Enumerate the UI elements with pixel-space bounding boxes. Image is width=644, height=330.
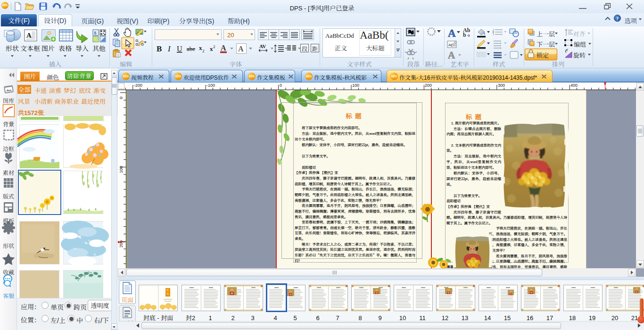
svg-text:400: 400 (570, 83, 578, 88)
svg-text:2: 2 (213, 44, 215, 49)
svg-text:A: A (221, 44, 226, 52)
svg-text:A: A (238, 45, 244, 53)
svg-text:U: U (177, 45, 182, 53)
svg-text:-100: -100 (206, 83, 215, 88)
svg-text:AV: AV (259, 43, 266, 49)
svg-text:A: A (448, 50, 455, 61)
svg-text:x: x (199, 44, 202, 51)
svg-text:abe: abe (187, 45, 195, 52)
svg-text:100: 100 (352, 83, 359, 88)
svg-text:0: 0 (280, 83, 282, 88)
svg-text:B: B (157, 44, 162, 53)
svg-text:200: 200 (425, 83, 432, 88)
svg-text:I: I (167, 44, 171, 53)
svg-text:2: 2 (202, 49, 205, 53)
svg-text:b: b (463, 32, 466, 38)
svg-text:A: A (448, 27, 456, 39)
svg-text:5: 5 (94, 31, 97, 35)
svg-text:-200: -200 (134, 83, 142, 88)
svg-text:A: A (26, 32, 32, 39)
svg-text:x: x (210, 45, 213, 52)
svg-text:文: 文 (166, 291, 169, 296)
svg-text:0: 0 (119, 97, 124, 99)
svg-text:300: 300 (498, 83, 505, 88)
svg-text:100: 100 (119, 166, 124, 173)
